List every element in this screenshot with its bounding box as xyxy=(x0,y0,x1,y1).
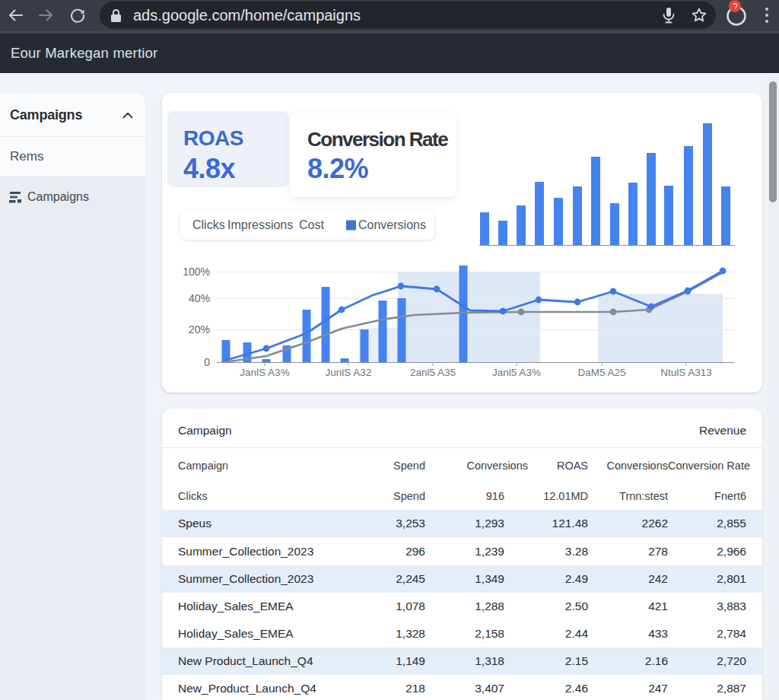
svg-text:Janl5 A3%: Janl5 A3% xyxy=(492,367,541,378)
svg-text:40%: 40% xyxy=(189,292,210,304)
svg-text:NtulS A313: NtulS A313 xyxy=(660,367,712,378)
svg-text:JanlS A3%: JanlS A3% xyxy=(240,367,289,378)
svg-text:0: 0 xyxy=(204,356,210,368)
svg-text:DaM5 A25: DaM5 A25 xyxy=(577,367,625,378)
svg-text:20%: 20% xyxy=(189,323,210,336)
svg-text:2anl5 A35: 2anl5 A35 xyxy=(410,367,456,378)
svg-text:JunlS A32: JunlS A32 xyxy=(326,367,372,378)
svg-text:100%: 100% xyxy=(183,266,210,278)
